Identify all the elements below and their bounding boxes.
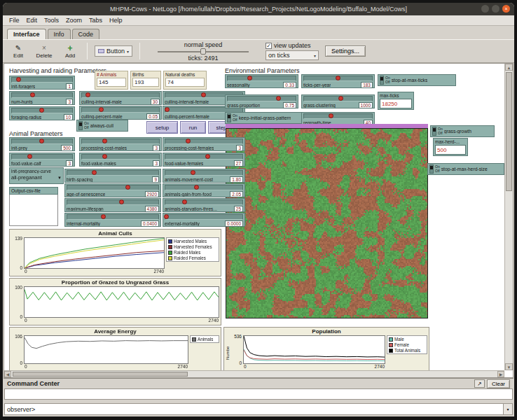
horizontal-scrollbar[interactable]: ◀ ▶ [4,370,504,377]
menu-tools[interactable]: Tools [41,17,62,24]
input-max-herd-size[interactable]: max-herd-...500 [433,138,468,156]
slider-num-hunts[interactable]: num-hunts3 [9,91,75,105]
slider-track[interactable] [165,185,243,190]
update-mode-dropdown[interactable]: on ticks ▾ [266,50,319,60]
slider-track[interactable] [165,154,243,160]
slider-grass-clustering[interactable]: grass-clustering1000 [301,94,375,108]
tab-interface[interactable]: Interface [7,29,46,39]
slider-track[interactable] [227,96,296,102]
slider-track[interactable] [81,107,160,113]
slider-handle[interactable] [164,214,169,219]
popout-icon[interactable]: ↗ [474,379,485,388]
observer-prompt[interactable]: observer> [5,406,503,413]
slider-track[interactable] [303,96,373,102]
slider-handle[interactable] [194,185,199,190]
switch-stop-at-max-ticks[interactable]: OnOffstop-at-max-ticks [378,74,456,86]
slider-ticks-per-year[interactable]: ticks-per-year183 [301,74,375,88]
slider-animals-movement-cost[interactable]: animals-movement-cost1.80 [163,169,245,183]
switch-toggle[interactable] [227,113,231,122]
slider-handle[interactable] [276,96,281,101]
horizontal-scrollbar-thumb[interactable] [13,372,188,377]
slider-handle[interactable] [182,200,187,204]
slider-handle[interactable] [329,113,333,118]
scroll-down-icon[interactable]: ▼ [505,363,513,370]
slider-track[interactable] [165,200,243,205]
menu-tabs[interactable]: Tabs [85,17,106,24]
slider-init-prey[interactable]: init-prey500 [9,137,75,151]
chooser-init-pregnancy-curve[interactable]: init-pregnancy-curveall-preganant▼ [9,167,64,184]
edit-button[interactable]: ✎ Edit [8,44,28,59]
slider-external-mortality[interactable]: external-mortality0.0000 [163,213,245,227]
delete-button[interactable]: × Delete [34,44,54,59]
slider-handle[interactable] [39,139,44,144]
slider-track[interactable] [11,139,73,144]
slider-maximum-lifespan[interactable]: maximum-lifespan4380 [64,198,161,212]
clear-button[interactable]: Clear [487,379,510,388]
slider-food-value-calf[interactable]: food-value-calf3 [9,153,75,167]
maximize-button[interactable] [492,5,499,13]
switch-grass-growth[interactable]: OnOffgrass-growth [430,125,495,137]
switch-knob[interactable] [380,77,383,80]
input-value[interactable]: 18250 [380,99,412,108]
widget-type-dropdown[interactable]: Button ▾ [95,46,132,57]
speed-slider-thumb[interactable] [200,48,206,55]
vertical-scrollbar-thumb[interactable] [506,72,512,191]
switch-toggle[interactable] [78,121,83,130]
slider-culling-percent-male[interactable]: culling-percent-male0.05 [79,106,162,120]
slider-track[interactable] [67,185,159,190]
slider-track[interactable] [81,92,160,98]
world-canvas[interactable] [226,128,428,318]
slider-track[interactable] [303,113,373,119]
switch-always-cull[interactable]: OnOffalways-cull [76,120,128,132]
slider-culling-interval-male[interactable]: culling-interval-male30 [79,91,162,105]
menu-edit[interactable]: Edit [23,17,41,24]
slider-handle[interactable] [92,170,97,175]
slider-track[interactable] [67,170,159,176]
switch-toggle[interactable] [429,164,434,174]
slider-track[interactable] [67,214,159,220]
slider-track[interactable] [165,170,243,176]
slider-food-value-females[interactable]: food-value-females27 [163,153,245,167]
slider-handle[interactable] [201,92,206,97]
switch-knob[interactable] [430,166,433,169]
vertical-scrollbar[interactable]: ▲ ▼ [504,64,513,370]
slider-seasonality[interactable]: seasonality0.33 [225,74,298,88]
slider-processing-cost-males[interactable]: processing-cost-males3 [79,137,162,151]
slider-internal-mortality[interactable]: internal-mortality0.0400 [64,213,161,227]
close-icon[interactable]: × [502,5,510,13]
slider-track[interactable] [11,108,73,113]
run-button[interactable]: run [180,121,206,134]
slider-food-value-males[interactable]: food-value-males3 [79,153,162,167]
scroll-up-icon[interactable]: ▲ [505,64,513,71]
slider-animals-starvation-threshold[interactable]: animals-starvation-thres...25 [163,198,245,212]
slider-track[interactable] [11,92,73,98]
switch-knob[interactable] [228,115,230,118]
slider-handle[interactable] [125,185,130,190]
slider-handle[interactable] [191,170,195,175]
switch-toggle[interactable] [432,127,436,136]
slider-handle[interactable] [186,139,191,144]
tab-info[interactable]: Info [48,29,71,39]
speed-slider[interactable] [158,48,249,55]
slider-handle[interactable] [119,200,124,204]
menu-zoom[interactable]: Zoom [62,17,85,24]
minimize-button[interactable] [481,5,489,13]
input-max-ticks[interactable]: max-ticks18250 [378,92,414,110]
slider-handle[interactable] [30,92,35,97]
slider-handle[interactable] [338,96,343,101]
slider-birth-spacing[interactable]: birth-spacing9 [64,169,161,183]
slider-handle[interactable] [27,154,32,159]
slider-age-of-senescence[interactable]: age-of-senescence2920 [64,183,161,197]
switch-knob[interactable] [433,128,436,132]
slider-track[interactable] [303,76,373,81]
slider-track[interactable] [81,139,160,144]
switch-knob[interactable] [79,122,82,126]
slider-track[interactable] [81,154,160,160]
slider-handle[interactable] [165,107,170,112]
slider-handle[interactable] [101,214,106,219]
slider-track[interactable] [67,200,159,205]
setup-button[interactable]: setup [146,121,178,134]
slider-track[interactable] [165,214,243,220]
switch-toggle[interactable] [380,76,384,85]
slider-handle[interactable] [336,76,340,80]
